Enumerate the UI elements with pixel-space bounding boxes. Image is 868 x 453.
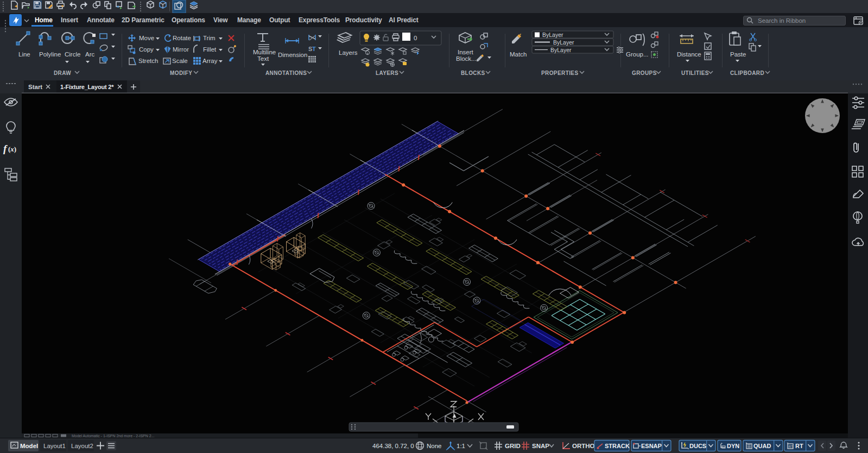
svg-text:Paste: Paste xyxy=(730,51,746,58)
svg-text:LAYERS: LAYERS xyxy=(376,70,398,76)
svg-text:Line: Line xyxy=(18,51,30,58)
svg-text:0: 0 xyxy=(414,35,417,41)
svg-text:1-Fixture_Layout 2*: 1-Fixture_Layout 2* xyxy=(60,84,114,90)
svg-text:Layout1: Layout1 xyxy=(43,443,66,449)
svg-text:GRID: GRID xyxy=(505,443,521,449)
svg-text:STRACK: STRACK xyxy=(605,443,630,449)
svg-text:Insert: Insert xyxy=(458,49,474,55)
svg-text:ByLayer: ByLayer xyxy=(542,32,563,38)
svg-text:DYN: DYN xyxy=(727,443,739,449)
svg-text:Distance: Distance xyxy=(677,51,701,58)
svg-text:ByLayer: ByLayer xyxy=(550,47,572,53)
svg-text:Stretch: Stretch xyxy=(138,58,158,64)
svg-text:None: None xyxy=(427,443,442,449)
svg-text:Group...: Group... xyxy=(626,51,649,58)
svg-text:RT: RT xyxy=(795,443,803,449)
svg-text:DRAW: DRAW xyxy=(54,70,71,76)
svg-text:Block...: Block... xyxy=(456,55,477,62)
svg-text:Copy: Copy xyxy=(139,46,154,53)
svg-text:Circle: Circle xyxy=(65,51,80,58)
svg-text:MODIFY: MODIFY xyxy=(170,70,192,76)
svg-text:Mirror: Mirror xyxy=(173,46,189,53)
svg-text:ANNOTATIONS: ANNOTATIONS xyxy=(265,70,307,76)
svg-text:Match: Match xyxy=(510,51,527,58)
svg-text:Array: Array xyxy=(202,58,218,64)
svg-text:SNAP: SNAP xyxy=(532,443,549,449)
svg-text:f: f xyxy=(3,143,8,154)
svg-text:Dimension: Dimension xyxy=(278,52,307,58)
svg-text:Model: Model xyxy=(20,443,38,449)
svg-text:Model Automatic - 1-ISPN 2nd m: Model Automatic - 1-ISPN 2nd more - 2-IS… xyxy=(72,434,155,438)
svg-text:PROPERTIES: PROPERTIES xyxy=(541,70,578,76)
svg-text:DUCS: DUCS xyxy=(689,443,706,449)
svg-text:UTILITIES: UTILITIES xyxy=(681,70,709,76)
svg-text:ByLayer: ByLayer xyxy=(553,39,574,46)
svg-text:1:1: 1:1 xyxy=(457,443,465,449)
svg-text:Text: Text xyxy=(257,55,269,62)
svg-text:BLOCKS: BLOCKS xyxy=(461,70,485,76)
svg-text:T: T xyxy=(312,46,316,52)
svg-text:Arc: Arc xyxy=(85,51,95,58)
svg-text:Fillet: Fillet xyxy=(203,46,217,53)
svg-text:Layout2: Layout2 xyxy=(71,443,93,449)
svg-text:GROUPS: GROUPS xyxy=(632,70,657,76)
svg-text:(x): (x) xyxy=(8,145,16,153)
svg-text:QUAD: QUAD xyxy=(753,443,771,449)
svg-text:Move: Move xyxy=(139,35,154,41)
svg-text:Layers: Layers xyxy=(339,49,358,56)
svg-text:Multiline: Multiline xyxy=(253,49,276,55)
svg-text:Polyline: Polyline xyxy=(39,51,61,58)
svg-text:Rotate: Rotate xyxy=(173,35,191,41)
svg-text:ORTHO: ORTHO xyxy=(572,443,595,449)
svg-text:RT: RT xyxy=(789,445,794,449)
svg-text:ESNAP: ESNAP xyxy=(641,443,662,449)
svg-text:Trim: Trim xyxy=(203,35,216,41)
svg-text:Start: Start xyxy=(28,84,42,90)
svg-text:Scale: Scale xyxy=(172,58,188,64)
svg-text:CLIPBOARD: CLIPBOARD xyxy=(730,70,764,76)
svg-text:464.38, 0.72, 0: 464.38, 0.72, 0 xyxy=(372,443,414,449)
